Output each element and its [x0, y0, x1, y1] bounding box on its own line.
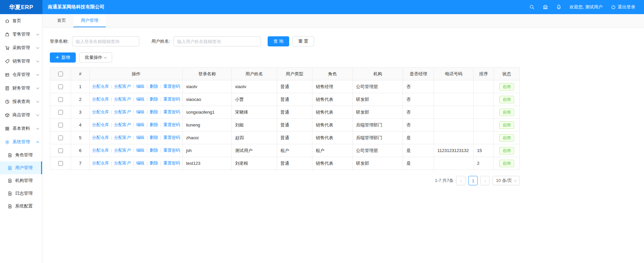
- assign-warehouse-link[interactable]: 分配仓库: [92, 148, 109, 153]
- chevron-down-icon: [36, 126, 39, 129]
- edit-link[interactable]: 编辑: [136, 110, 144, 114]
- action-separator: |: [133, 109, 134, 114]
- assign-warehouse-link[interactable]: 分配仓库: [92, 84, 109, 89]
- row-checkbox[interactable]: [58, 97, 63, 102]
- assign-customer-link[interactable]: 分配客户: [114, 161, 131, 165]
- next-page-button[interactable]: ›: [480, 176, 490, 185]
- cell-type: 租户: [277, 144, 312, 157]
- user-name-input[interactable]: [173, 36, 261, 46]
- tab-home[interactable]: 首页: [50, 14, 73, 27]
- row-checkbox[interactable]: [58, 123, 63, 127]
- sidebar-item[interactable]: 商品管理: [0, 108, 42, 122]
- delete-link[interactable]: 删除: [150, 135, 158, 140]
- row-checkbox[interactable]: [58, 161, 63, 166]
- edit-link[interactable]: 编辑: [136, 135, 144, 140]
- assign-customer-link[interactable]: 分配客户: [114, 110, 131, 114]
- assign-customer-link[interactable]: 分配客户: [114, 84, 131, 89]
- page-size-select[interactable]: 10 条/页: [493, 176, 520, 185]
- reset-password-link[interactable]: 重置密码: [163, 161, 180, 165]
- action-separator: |: [133, 122, 134, 127]
- cell-phone: 1123123123132: [434, 144, 474, 157]
- sidebar-subitem[interactable]: 用户管理: [0, 161, 42, 174]
- row-checkbox[interactable]: [58, 148, 63, 153]
- bell-icon[interactable]: [556, 4, 562, 10]
- page-number-button[interactable]: 1: [468, 176, 478, 185]
- cell-name: 刘老根: [232, 157, 277, 170]
- row-checkbox[interactable]: [58, 136, 63, 140]
- delete-link[interactable]: 删除: [150, 97, 158, 102]
- sidebar-subitem-label: 系统配置: [15, 203, 33, 209]
- query-button[interactable]: 查 询: [268, 36, 289, 46]
- reset-button[interactable]: 重 置: [293, 36, 314, 46]
- tab-bar: 首页用户管理: [42, 14, 644, 28]
- logout-button[interactable]: 退出登录: [611, 4, 635, 10]
- sidebar-subitem[interactable]: 系统配置: [0, 200, 42, 213]
- assign-customer-link[interactable]: 分配客户: [114, 122, 131, 127]
- cell-status: 启用: [494, 144, 519, 157]
- sidebar-item[interactable]: 基本资料: [0, 122, 42, 135]
- cell-phone: [434, 119, 474, 132]
- action-separator: |: [146, 122, 147, 127]
- tab-user-management[interactable]: 用户管理: [73, 14, 106, 27]
- reset-password-link[interactable]: 重置密码: [163, 148, 180, 153]
- reset-password-link[interactable]: 重置密码: [163, 135, 180, 140]
- reset-password-link[interactable]: 重置密码: [163, 110, 180, 114]
- cell-manager: 是: [403, 157, 434, 170]
- assign-customer-link[interactable]: 分配客户: [114, 135, 131, 140]
- sidebar-subitem[interactable]: 日志管理: [0, 187, 42, 200]
- cell-org: 后端管理部门: [352, 132, 403, 144]
- sidebar-item[interactable]: 销售管理: [0, 54, 42, 68]
- search-icon[interactable]: [529, 4, 535, 10]
- add-button[interactable]: 新增: [50, 52, 76, 63]
- delete-link[interactable]: 删除: [150, 122, 158, 127]
- edit-link[interactable]: 编辑: [136, 122, 144, 127]
- delete-link[interactable]: 删除: [150, 161, 158, 165]
- sidebar-item[interactable]: 零售管理: [0, 28, 42, 41]
- cell-status: 启用: [494, 80, 519, 93]
- batch-operation-label: 批量操作: [85, 54, 102, 61]
- table-row: 3分配仓库|分配客户|编辑|删除|重置密码songxiaofeng1宋晓锋普通销…: [50, 106, 520, 119]
- assign-warehouse-link[interactable]: 分配仓库: [92, 97, 109, 102]
- edit-link[interactable]: 编辑: [136, 97, 144, 102]
- assign-warehouse-link[interactable]: 分配仓库: [92, 135, 109, 140]
- action-separator: |: [146, 148, 147, 153]
- chevron-down-icon: [36, 73, 39, 75]
- select-all-checkbox[interactable]: [58, 72, 63, 76]
- sales-icon: [5, 59, 10, 64]
- assign-customer-link[interactable]: 分配客户: [114, 148, 131, 153]
- plus-icon: [56, 55, 59, 60]
- doc-icon: [7, 178, 12, 183]
- assign-customer-link[interactable]: 分配客户: [114, 97, 131, 102]
- sidebar-item[interactable]: 采购管理: [0, 41, 42, 54]
- batch-operation-button[interactable]: 批量操作: [79, 52, 112, 63]
- edit-link[interactable]: 编辑: [136, 148, 144, 153]
- assign-warehouse-link[interactable]: 分配仓库: [92, 122, 109, 127]
- sidebar-item[interactable]: 财务管理: [0, 81, 42, 95]
- reset-password-link[interactable]: 重置密码: [163, 122, 180, 127]
- sidebar-item[interactable]: 报表查询: [0, 95, 42, 108]
- login-name-input[interactable]: [72, 36, 139, 46]
- delete-link[interactable]: 删除: [150, 84, 158, 89]
- cell-sort: [474, 93, 494, 106]
- assign-warehouse-link[interactable]: 分配仓库: [92, 110, 109, 114]
- column-header: 用户类型: [277, 68, 312, 80]
- sidebar-item[interactable]: 仓库管理: [0, 68, 42, 81]
- reset-password-link[interactable]: 重置密码: [163, 97, 180, 102]
- prev-page-button[interactable]: ‹: [456, 176, 466, 185]
- sidebar-item-label: 采购管理: [12, 45, 30, 51]
- delete-link[interactable]: 删除: [150, 110, 158, 114]
- edit-link[interactable]: 编辑: [136, 161, 144, 165]
- bank-icon[interactable]: [543, 4, 548, 10]
- reset-password-link[interactable]: 重置密码: [163, 84, 180, 89]
- cell-sort: [474, 80, 494, 93]
- sidebar-item[interactable]: 系统管理: [0, 135, 42, 149]
- edit-link[interactable]: 编辑: [136, 84, 144, 89]
- row-checkbox[interactable]: [58, 84, 63, 89]
- assign-warehouse-link[interactable]: 分配仓库: [92, 161, 109, 165]
- delete-link[interactable]: 删除: [150, 148, 158, 153]
- row-checkbox[interactable]: [58, 110, 63, 115]
- sidebar-subitem[interactable]: 角色管理: [0, 149, 42, 161]
- sidebar-subitem[interactable]: 机构管理: [0, 174, 42, 187]
- company-name: 南通某某网络科技有限公司: [48, 4, 104, 10]
- sidebar-item[interactable]: 首页: [0, 14, 42, 28]
